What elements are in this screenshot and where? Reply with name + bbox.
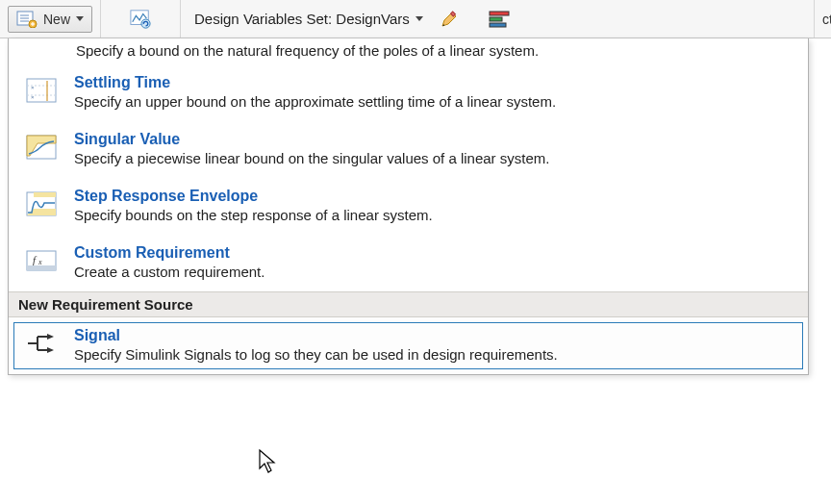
toolbar-group-refresh: [101, 0, 181, 38]
right-partial-label: ct: [814, 0, 831, 38]
design-variables-label: Design Variables Set: DesignVars: [194, 11, 410, 27]
chevron-down-icon: [416, 16, 423, 21]
menu-item-signal[interactable]: Signal Specify Simulink Signals to log s…: [9, 317, 808, 374]
svg-marker-36: [47, 347, 54, 353]
menu-item-desc: Create a custom requirement.: [74, 264, 796, 280]
svg-rect-15: [490, 23, 506, 27]
menu-item-desc: Specify a piecewise linear bound on the …: [74, 150, 796, 166]
chevron-down-icon: [76, 16, 84, 21]
signal-icon: [26, 330, 57, 357]
svg-point-8: [141, 19, 150, 28]
menu-item-title: Signal: [74, 327, 796, 344]
toolbar: New Design Variables Set: DesignVars: [0, 0, 831, 38]
step-response-icon: [26, 190, 57, 217]
menu-item-desc: Specify bounds on the step response of a…: [74, 207, 796, 223]
mouse-cursor-icon: [259, 449, 278, 477]
svg-text:×: ×: [31, 85, 35, 90]
menu-item-desc: Specify a bound on the natural frequency…: [76, 42, 539, 59]
menu-item-step-response[interactable]: Step Response Envelope Specify bounds on…: [9, 178, 808, 235]
svg-marker-35: [47, 334, 54, 340]
toolbar-group-design-vars: Design Variables Set: DesignVars: [181, 0, 467, 38]
menu-item-singular-value[interactable]: Singular Value Specify a piecewise linea…: [9, 121, 808, 178]
design-variables-dropdown[interactable]: Design Variables Set: DesignVars: [189, 11, 429, 27]
menu-item-settling-time[interactable]: × × Settling Time Specify an upper bound…: [9, 64, 808, 121]
menu-item-title: Custom Requirement: [74, 244, 796, 262]
toolbar-group-new: New: [0, 0, 101, 38]
new-menu-panel: Specify a bound on the natural frequency…: [8, 38, 809, 375]
menu-item-title: Singular Value: [74, 131, 796, 148]
menu-item-desc: Specify an upper bound on the approximat…: [74, 93, 796, 110]
menu-item-desc: Specify Simulink Signals to log so they …: [74, 346, 796, 363]
menu-item-title: Step Response Envelope: [74, 188, 796, 205]
pencil-icon[interactable]: [439, 9, 460, 30]
new-button-label: New: [43, 12, 70, 27]
custom-requirement-icon: f x: [26, 247, 57, 274]
svg-marker-37: [260, 450, 274, 472]
section-header-new-requirement-source: New Requirement Source: [9, 291, 808, 317]
new-button[interactable]: New: [8, 6, 92, 33]
settling-time-icon: × ×: [26, 77, 57, 104]
new-requirement-icon: [16, 9, 38, 30]
refresh-chart-icon[interactable]: [130, 9, 151, 30]
svg-rect-14: [490, 17, 502, 21]
menu-item-partial[interactable]: Specify a bound on the natural frequency…: [9, 38, 808, 64]
menu-item-custom-requirement[interactable]: f x Custom Requirement Create a custom r…: [9, 235, 808, 291]
toolbar-group-stacked: [467, 0, 517, 38]
stacked-bars-icon[interactable]: [489, 9, 510, 30]
svg-text:x: x: [38, 258, 42, 266]
menu-item-title: Settling Time: [74, 74, 796, 91]
svg-rect-13: [490, 12, 509, 15]
svg-text:×: ×: [31, 94, 35, 100]
singular-value-icon: [26, 134, 57, 161]
